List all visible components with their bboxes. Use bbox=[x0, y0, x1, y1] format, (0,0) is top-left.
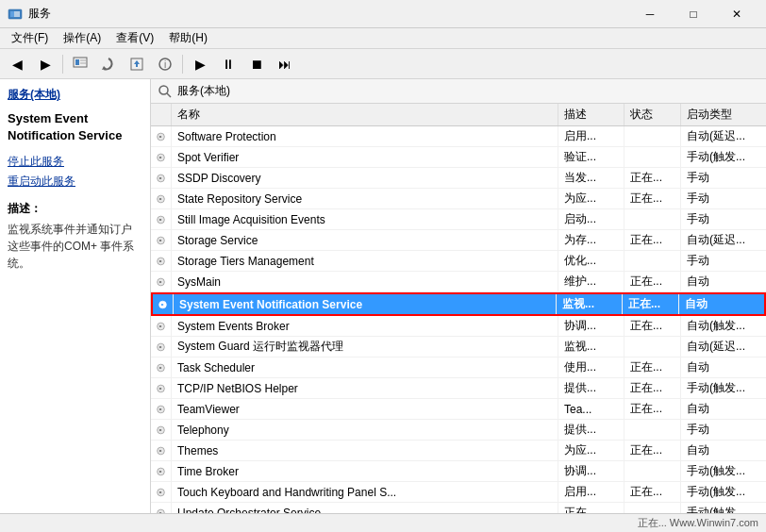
col-startup[interactable]: 启动类型 bbox=[681, 104, 766, 125]
status-bar: 正在... Www.Winwin7.com bbox=[0, 513, 766, 532]
desc-text: 监视系统事件并通知订户这些事件的COM+ 事件系统。 bbox=[8, 221, 142, 272]
table-row[interactable]: State Repository Service为应...正在...手动 bbox=[151, 189, 766, 209]
service-icon-cell bbox=[151, 147, 172, 167]
maximize-button[interactable]: □ bbox=[672, 0, 715, 28]
desc-title: 描述： bbox=[8, 201, 142, 217]
refresh-button[interactable] bbox=[95, 52, 122, 76]
table-row[interactable]: Storage Service为存...正在...自动(延迟... bbox=[151, 230, 766, 251]
service-desc-cell: 维护... bbox=[558, 272, 624, 291]
service-desc-cell: 提供... bbox=[558, 420, 624, 440]
info-button[interactable]: i bbox=[152, 52, 178, 76]
service-status-cell: 正在... bbox=[624, 357, 681, 377]
table-row[interactable]: Still Image Acquisition Events启动...手动 bbox=[151, 209, 766, 230]
service-icon-cell bbox=[151, 189, 172, 208]
service-icon-cell bbox=[151, 461, 172, 481]
table-row[interactable]: Spot Verifier验证...手动(触发... bbox=[151, 147, 766, 168]
service-startup-cell: 手动(触发... bbox=[681, 482, 766, 502]
service-status-cell: 正在... bbox=[624, 189, 681, 208]
service-desc-cell: 使用... bbox=[558, 357, 624, 377]
table-row[interactable]: Storage Tiers Management优化...手动 bbox=[151, 251, 766, 272]
table-row[interactable]: System Event Notification Service监视...正在… bbox=[151, 292, 766, 316]
menu-file[interactable]: 文件(F) bbox=[4, 28, 56, 48]
title-bar: 服务 ─ □ ✕ bbox=[0, 0, 766, 28]
menu-help[interactable]: 帮助(H) bbox=[161, 28, 215, 48]
service-desc-cell: 监视... bbox=[557, 294, 623, 314]
restart-service-link[interactable]: 重启动此服务 bbox=[8, 174, 142, 190]
service-name-cell: SysMain bbox=[172, 272, 558, 291]
service-icon-cell bbox=[151, 126, 172, 146]
service-startup-cell: 自动 bbox=[681, 441, 766, 460]
svg-marker-10 bbox=[134, 60, 140, 64]
service-desc-cell: 启用... bbox=[558, 126, 624, 146]
export-button[interactable] bbox=[124, 52, 150, 76]
close-button[interactable]: ✕ bbox=[715, 0, 758, 28]
table-row[interactable]: Themes为应...正在...自动 bbox=[151, 441, 766, 461]
table-row[interactable]: Telephony提供...手动 bbox=[151, 420, 766, 441]
service-name-cell: Spot Verifier bbox=[172, 147, 558, 167]
svg-rect-5 bbox=[80, 59, 86, 61]
service-name-cell: Still Image Acquisition Events bbox=[172, 209, 558, 229]
table-row[interactable]: Task Scheduler使用...正在...自动 bbox=[151, 357, 766, 378]
restart-button[interactable]: ⏭ bbox=[272, 52, 298, 76]
service-name-cell: Telephony bbox=[172, 420, 558, 440]
service-desc-cell: 为应... bbox=[558, 189, 624, 208]
service-desc-cell: 为应... bbox=[558, 441, 624, 460]
pause-button[interactable]: ⏸ bbox=[215, 52, 241, 76]
service-startup-cell: 自动 bbox=[681, 272, 766, 291]
col-name[interactable]: 名称 bbox=[172, 104, 558, 125]
table-row[interactable]: Software Protection启用...自动(延迟... bbox=[151, 126, 766, 147]
service-icon-cell bbox=[151, 209, 172, 229]
left-panel-header[interactable]: 服务(本地) bbox=[8, 87, 142, 103]
table-row[interactable]: Update Orchestrator Service正在...手动(触发... bbox=[151, 503, 766, 513]
service-icon-cell bbox=[151, 230, 172, 250]
service-icon-cell bbox=[153, 294, 174, 314]
separator-2 bbox=[182, 55, 183, 74]
service-status-cell bbox=[624, 420, 681, 440]
service-status-cell bbox=[624, 126, 681, 146]
table-row[interactable]: TeamViewerTea...正在...自动 bbox=[151, 399, 766, 420]
table-row[interactable]: SysMain维护...正在...自动 bbox=[151, 272, 766, 292]
col-desc[interactable]: 描述 bbox=[558, 104, 624, 125]
table-row[interactable]: System Guard 运行时监视器代理监视...自动(延迟... bbox=[151, 337, 766, 357]
stop-service-link[interactable]: 停止此服务 bbox=[8, 154, 142, 170]
service-startup-cell: 自动(延迟... bbox=[681, 230, 766, 250]
service-status-cell: 正在... bbox=[624, 168, 681, 188]
service-icon-cell bbox=[151, 251, 172, 271]
service-startup-cell: 手动 bbox=[681, 168, 766, 188]
minimize-button[interactable]: ─ bbox=[628, 0, 672, 28]
play-button[interactable]: ▶ bbox=[187, 52, 213, 76]
table-row[interactable]: System Events Broker协调...正在...自动(触发... bbox=[151, 316, 766, 337]
service-icon-cell bbox=[151, 316, 172, 336]
service-status-cell bbox=[624, 337, 681, 357]
service-name-cell: TCP/IP NetBIOS Helper bbox=[172, 378, 558, 398]
table-row[interactable]: Touch Keyboard and Handwriting Panel S..… bbox=[151, 482, 766, 503]
service-status-cell: 正在... bbox=[624, 441, 681, 460]
menu-bar: 文件(F) 操作(A) 查看(V) 帮助(H) bbox=[0, 28, 766, 49]
up-button[interactable] bbox=[67, 52, 93, 76]
menu-view[interactable]: 查看(V) bbox=[108, 28, 161, 48]
svg-text:i: i bbox=[164, 59, 166, 70]
table-row[interactable]: Time Broker协调...手动(触发... bbox=[151, 461, 766, 482]
service-name-cell: State Repository Service bbox=[172, 189, 558, 208]
service-status-cell: 正在... bbox=[624, 316, 681, 336]
service-status-cell: 正在... bbox=[624, 378, 681, 398]
svg-rect-6 bbox=[80, 62, 86, 64]
menu-action[interactable]: 操作(A) bbox=[56, 28, 108, 48]
service-name-cell: Touch Keyboard and Handwriting Panel S..… bbox=[172, 482, 558, 502]
search-icon bbox=[158, 85, 172, 98]
forward-button[interactable]: ▶ bbox=[32, 52, 58, 76]
separator-1 bbox=[62, 55, 63, 74]
table-row[interactable]: TCP/IP NetBIOS Helper提供...正在...手动(触发... bbox=[151, 378, 766, 399]
stop-button[interactable]: ⏹ bbox=[243, 52, 270, 76]
service-startup-cell: 手动(触发... bbox=[681, 503, 766, 513]
back-button[interactable]: ◀ bbox=[4, 52, 30, 76]
table-row[interactable]: SSDP Discovery当发...正在...手动 bbox=[151, 168, 766, 189]
service-name-cell: Software Protection bbox=[172, 126, 558, 146]
service-icon-cell bbox=[151, 441, 172, 460]
service-icon-cell bbox=[151, 482, 172, 502]
service-name-cell: Storage Tiers Management bbox=[172, 251, 558, 271]
service-desc-cell: Tea... bbox=[558, 399, 624, 419]
service-icon-cell bbox=[151, 503, 172, 513]
service-status-cell: 正在... bbox=[624, 272, 681, 291]
col-status[interactable]: 状态 bbox=[624, 104, 681, 125]
